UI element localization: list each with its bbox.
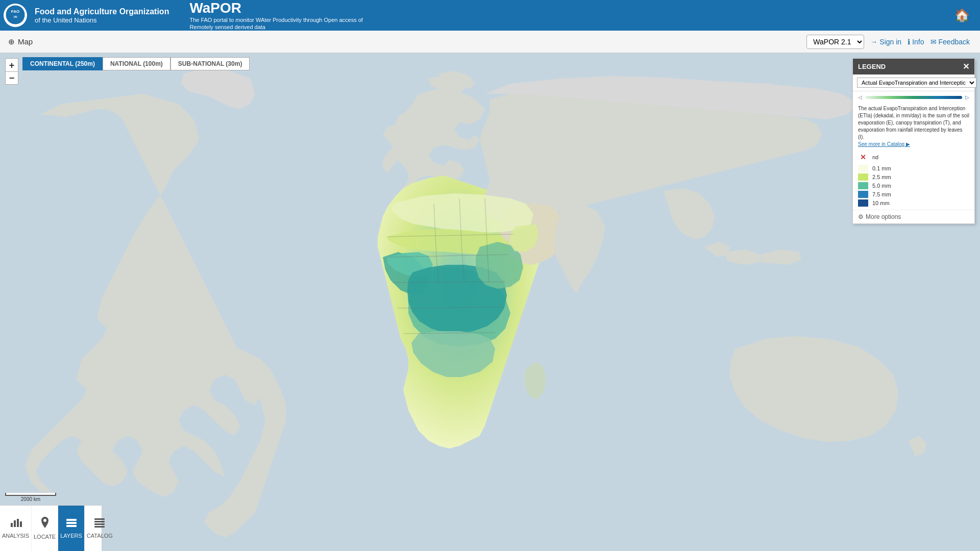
svg-rect-19 (94, 518, 105, 520)
svg-text:FAO: FAO (11, 9, 19, 14)
zoom-controls: + − (5, 58, 18, 85)
svg-rect-21 (94, 523, 105, 525)
map-icon: ⊕ (8, 37, 15, 46)
legend-item-2: 5.0 mm (858, 182, 969, 189)
scale-bar: 2000 km (5, 493, 56, 502)
legend-title: LEGEND (858, 63, 886, 70)
nav-right: WaPOR 2.1 WaPOR 2.0 WaPOR 1.0 → Sign in … (806, 35, 970, 49)
scale-line (5, 493, 56, 496)
fao-logo-circle: FAO UN (4, 4, 27, 27)
more-options-button[interactable]: ⚙ More options (853, 210, 974, 223)
svg-rect-18 (66, 525, 77, 527)
svg-rect-11 (11, 523, 13, 527)
legend-label-2: 5.0 mm (872, 183, 891, 189)
legend-label-4: 10 mm (872, 200, 890, 206)
svg-rect-17 (66, 522, 77, 524)
info-icon: ℹ (908, 38, 910, 46)
swatch-2 (858, 182, 868, 189)
resolution-tabs: CONTINENTAL (250m) NATIONAL (100m) SUB-N… (22, 57, 250, 70)
zoom-out-button[interactable]: − (5, 71, 18, 85)
legend-label-3: 7.5 mm (872, 191, 891, 197)
locate-tool[interactable]: LOCATE (32, 506, 58, 551)
subnational-tab[interactable]: SUB-NATIONAL (30m) (170, 57, 250, 70)
feedback-button[interactable]: ✉ Feedback (930, 38, 970, 46)
version-selector[interactable]: WaPOR 2.1 WaPOR 2.0 WaPOR 1.0 (806, 35, 864, 49)
swatch-1 (858, 173, 868, 181)
catalog-tool[interactable]: CATALOG (85, 506, 115, 551)
legend-item-1: 2.5 mm (858, 173, 969, 181)
zoom-in-button[interactable]: + (5, 58, 18, 71)
wapor-title: WaPOR The FAO portal to monitor WAter Pr… (189, 0, 363, 31)
svg-rect-12 (14, 520, 16, 527)
legend-close-button[interactable]: ✕ (963, 62, 969, 71)
signin-icon: → (870, 38, 877, 46)
legend-label-0: 0.1 mm (872, 165, 891, 171)
analysis-icon (10, 518, 22, 531)
feedback-icon: ✉ (930, 38, 937, 46)
slider-track[interactable] (865, 96, 962, 99)
national-tab[interactable]: NATIONAL (100m) (103, 57, 170, 70)
svg-point-15 (43, 519, 46, 522)
legend-header: LEGEND ✕ (853, 59, 974, 74)
home-button[interactable]: 🏠 (954, 8, 970, 22)
layers-icon (66, 518, 77, 531)
layers-tool[interactable]: LAYERS (58, 506, 85, 551)
legend-description: The actual EvapoTranspiration and Interc… (853, 103, 974, 150)
info-label: Info (912, 38, 924, 46)
analysis-label: ANALYSIS (2, 533, 29, 539)
legend-label-1: 2.5 mm (872, 174, 891, 180)
fao-logo: FAO UN (0, 0, 31, 31)
locate-label: LOCATE (34, 534, 56, 540)
app-header: FAO UN Food and Agriculture Organization… (0, 0, 980, 31)
locate-icon (40, 517, 50, 532)
legend-item-4: 10 mm (858, 199, 969, 207)
svg-rect-16 (66, 519, 77, 521)
svg-rect-14 (20, 521, 22, 527)
signin-button[interactable]: → Sign in (870, 38, 901, 46)
svg-rect-20 (94, 521, 105, 522)
fao-org-sub: of the United Nations (35, 16, 169, 24)
svg-point-0 (6, 5, 25, 24)
see-more-catalog-link[interactable]: See more in Catalog ▶ (858, 141, 910, 147)
bottom-toolbar: ANALYSIS LOCATE LAYERS CATALOG (0, 505, 102, 551)
map-container[interactable]: + − CONTINENTAL (250m) NATIONAL (100m) S… (0, 53, 980, 551)
legend-item-3: 7.5 mm (858, 191, 969, 198)
swatch-4 (858, 199, 868, 207)
legend-item-0: 0.1 mm (858, 165, 969, 172)
swatch-0 (858, 165, 868, 172)
continental-tab[interactable]: CONTINENTAL (250m) (22, 57, 103, 70)
svg-rect-13 (17, 519, 19, 527)
analysis-tool[interactable]: ANALYSIS (0, 506, 32, 551)
legend-nd-item: ✕ nd (858, 153, 969, 161)
swatch-3 (858, 191, 868, 198)
map-nav-item[interactable]: ⊕ Map (8, 37, 33, 46)
legend-slider[interactable]: ◁ ▷ (853, 91, 974, 103)
signin-label: Sign in (879, 38, 901, 46)
catalog-label: CATALOG (87, 533, 113, 539)
catalog-icon (94, 518, 105, 531)
legend-layer-dropdown[interactable]: Actual EvapoTranspiration and Intercepti… (853, 74, 974, 91)
layer-select[interactable]: Actual EvapoTranspiration and Intercepti… (857, 78, 976, 88)
legend-color-scale: ✕ nd 0.1 mm 2.5 mm 5.0 mm 7.5 mm 10 m (853, 150, 974, 210)
legend-panel: LEGEND ✕ Actual EvapoTranspiration and I… (852, 58, 975, 224)
svg-rect-22 (94, 526, 105, 528)
fao-org-name: Food and Agriculture Organization (35, 7, 169, 16)
nd-label: nd (872, 154, 878, 160)
slider-left-icon: ◁ (858, 94, 862, 100)
gear-icon: ⚙ (858, 213, 864, 220)
slider-right-icon: ▷ (965, 94, 969, 100)
wapor-name: WaPOR (189, 0, 363, 16)
fao-emblem: FAO UN (5, 5, 26, 27)
wapor-desc: The FAO portal to monitor WAter Producti… (189, 16, 363, 31)
scale-label: 2000 km (5, 496, 56, 502)
feedback-label: Feedback (939, 38, 970, 46)
more-options-label: More options (866, 213, 901, 220)
fao-organization-text: Food and Agriculture Organization of the… (35, 7, 169, 24)
map-label-text: Map (18, 37, 33, 46)
navigation-bar: ⊕ Map WaPOR 2.1 WaPOR 2.0 WaPOR 1.0 → Si… (0, 31, 980, 53)
info-button[interactable]: ℹ Info (908, 38, 924, 46)
world-map (0, 53, 980, 551)
svg-text:UN: UN (13, 15, 17, 18)
layers-label: LAYERS (60, 533, 82, 539)
